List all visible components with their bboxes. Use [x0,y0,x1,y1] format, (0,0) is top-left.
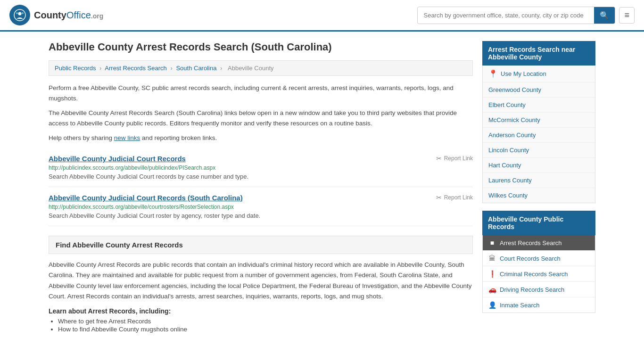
nearby-county-link[interactable]: Laurens County [488,177,532,184]
menu-button[interactable]: ≡ [619,7,635,24]
nearby-county-item[interactable]: Elbert County [483,98,595,113]
use-my-location[interactable]: 📍 Use My Location [483,66,595,82]
svg-point-3 [22,12,24,14]
find-section-header: Find Abbeville County Arrest Records [49,236,473,254]
breadcrumb: Public Records › Arrest Records Search ›… [49,60,473,76]
pub-record-icon: 🚗 [488,286,496,293]
content-area: Abbeville County Arrest Records Search (… [49,41,473,334]
nearby-county-link[interactable]: Elbert County [488,101,526,108]
nearby-county-link[interactable]: Anderson County [488,132,536,139]
pub-record-link[interactable]: Arrest Records Search [500,239,562,247]
public-records-item[interactable]: 🏛 Court Records Search [483,251,595,266]
new-links-link[interactable]: new links [114,134,140,141]
use-location-link[interactable]: Use My Location [501,70,546,77]
learn-title: Learn about Arrest Records, including: [49,307,473,315]
location-icon: 📍 [488,69,498,78]
record-url[interactable]: http://publicindex.sccourts.org/abbevill… [49,165,473,171]
description-2: The Abbeville County Arrest Records Sear… [49,108,473,128]
record-url[interactable]: http://publicindex.sccourts.org/abbevill… [49,204,473,210]
pub-record-icon: ❗ [488,270,496,278]
search-box: 🔍 [417,7,615,24]
nearby-county-item[interactable]: Wilkes County [483,188,595,203]
nearby-county-link[interactable]: Greenwood County [488,86,541,93]
nearby-county-item[interactable]: Laurens County [483,173,595,188]
nearby-county-link[interactable]: Lincoln County [488,147,529,154]
sidebar: Arrest Records Search near Abbeville Cou… [482,41,595,334]
report-link-button[interactable]: ✂ Report Link [436,194,473,201]
pub-record-icon: 🏛 [488,255,496,262]
nearby-county-link[interactable]: McCormick County [488,116,540,123]
nearby-county-link[interactable]: Hart County [488,162,521,169]
svg-point-2 [16,12,18,14]
breadcrumb-arrest-records[interactable]: Arrest Records Search [105,65,167,72]
public-records-item[interactable]: ❗ Criminal Records Search [483,266,595,282]
nearby-county-item[interactable]: Anderson County [483,128,595,143]
pub-record-icon: ■ [488,239,496,247]
learn-list: Where to get free Arrest RecordsHow to f… [49,318,473,333]
record-description: Search Abbeville County Judicial Court r… [49,173,473,180]
pub-record-link[interactable]: Inmate Search [500,302,540,309]
record-links-container: Abbeville County Judicial Court Records … [49,148,473,226]
nearby-county-item[interactable]: Lincoln County [483,143,595,158]
learn-list-item: How to find Abbeville County mugshots on… [58,326,473,333]
nearby-county-item[interactable]: McCormick County [483,113,595,128]
public-records-title: Abbeville County Public Records [482,211,595,235]
logo-icon [9,5,30,25]
breadcrumb-public-records[interactable]: Public Records [55,65,96,72]
record-description: Search Abbeville County Judicial Court r… [49,212,473,219]
pub-record-link[interactable]: Criminal Records Search [500,271,568,278]
nearby-section-title: Arrest Records Search near Abbeville Cou… [482,41,595,66]
pub-record-icon: 👤 [488,301,496,309]
pub-record-link[interactable]: Court Records Search [500,255,561,262]
search-button[interactable]: 🔍 [594,7,615,24]
public-records-item[interactable]: 👤 Inmate Search [483,297,595,313]
logo-area: CountyOffice.org [9,5,103,25]
main-container: Abbeville County Arrest Records Search (… [39,32,605,343]
page-title: Abbeville County Arrest Records Search (… [49,41,473,53]
description-3: Help others by sharing new links and rep… [49,133,473,143]
breadcrumb-south-carolina[interactable]: South Carolina [176,65,216,72]
scissors-icon: ✂ [436,194,442,201]
public-records-list: ■ Arrest Records Search 🏛 Court Records … [482,235,595,313]
scissors-icon: ✂ [436,155,442,162]
logo-text: CountyOffice.org [34,10,103,21]
public-records-item[interactable]: ■ Arrest Records Search [483,235,595,251]
record-link-title[interactable]: Abbeville County Judicial Court Records [49,155,186,163]
find-section-text: Abbeville County Arrest Records are publ… [49,260,473,302]
search-area: 🔍 ≡ [417,7,635,24]
nearby-county-item[interactable]: Hart County [483,158,595,173]
svg-point-1 [18,12,22,16]
record-link-title[interactable]: Abbeville County Judicial Court Records … [49,194,243,202]
search-input[interactable] [418,8,594,23]
record-link-block: Abbeville County Judicial Court Records … [49,187,473,226]
nearby-list: 📍 Use My Location Greenwood CountyElbert… [482,66,595,203]
breadcrumb-current: Abbeville County [228,65,274,72]
learn-list-item: Where to get free Arrest Records [58,318,473,325]
nearby-county-link[interactable]: Wilkes County [488,192,528,199]
description-1: Perform a free Abbeville County, SC publ… [49,83,473,103]
pub-record-link[interactable]: Driving Records Search [500,286,564,293]
record-link-block: Abbeville County Judicial Court Records … [49,148,473,187]
nearby-county-item[interactable]: Greenwood County [483,82,595,98]
public-records-item[interactable]: 🚗 Driving Records Search [483,282,595,297]
header: CountyOffice.org 🔍 ≡ [0,0,644,32]
report-link-button[interactable]: ✂ Report Link [436,155,473,162]
